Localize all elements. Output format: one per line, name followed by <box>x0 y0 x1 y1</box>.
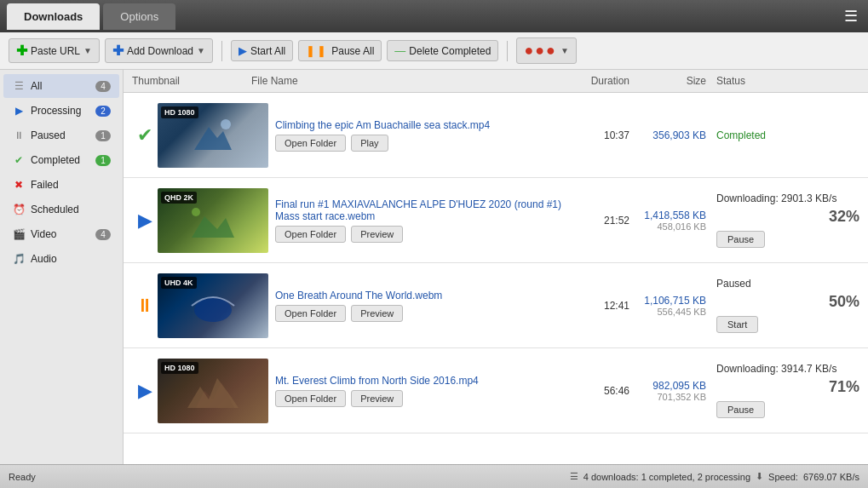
content-area: Thumbnail File Name Duration Size Status… <box>124 70 868 464</box>
tab-downloads[interactable]: Downloads <box>7 3 100 30</box>
play-icon-2: ▶ <box>138 210 152 231</box>
filename-2: Final run #1 MAXIAVALANCHE ALPE D'HUEZ 2… <box>275 198 563 222</box>
pause-btn-4[interactable]: Pause <box>716 401 765 418</box>
download-item-1: ✔ HD 1080 Climbing the epic Am Buachaill… <box>124 93 868 178</box>
open-folder-btn-3[interactable]: Open Folder <box>275 305 346 322</box>
more-options-button[interactable]: ●●● ▼ <box>516 37 577 64</box>
speed-value: 6769.07 KB/s <box>803 472 859 482</box>
item-info-4: Mt. Everest Climb from North Side 2016.m… <box>268 375 570 407</box>
play-btn-1[interactable]: Play <box>351 135 388 152</box>
sidebar-item-all[interactable]: ☰ All 4 <box>3 74 119 98</box>
filename-4: Mt. Everest Climb from North Side 2016.m… <box>275 375 563 387</box>
check-circle-icon: ✔ <box>12 154 26 166</box>
thumbnail-2: QHD 2K <box>158 188 268 253</box>
size-4: 982,095 KB 701,352 KB <box>629 380 706 402</box>
col-header-status: Status <box>706 75 859 87</box>
status-icon-1: ✔ <box>132 124 158 146</box>
status-icon-4: ▶ <box>132 380 158 402</box>
play-icon: ▶ <box>239 44 247 57</box>
pause-btn-2[interactable]: Pause <box>716 231 765 248</box>
add-icon: ✚ <box>112 43 124 59</box>
preview-btn-4[interactable]: Preview <box>351 390 403 407</box>
item-info-2: Final run #1 MAXIAVALANCHE ALPE D'HUEZ 2… <box>268 198 570 243</box>
x-circle-icon: ✖ <box>12 179 26 191</box>
item-info-3: One Breath Around The World.webm Open Fo… <box>268 290 570 322</box>
sidebar: ☰ All 4 ▶ Processing 2 ⏸ Paused 1 ✔ Comp… <box>0 70 124 464</box>
item-actions-3: Open Folder Preview <box>275 305 563 322</box>
menu-icon[interactable]: ☰ <box>844 7 858 26</box>
open-folder-btn-2[interactable]: Open Folder <box>275 226 346 243</box>
thumbnail-4: HD 1080 <box>158 359 268 423</box>
delete-icon: — <box>394 44 405 57</box>
title-bar: Downloads Options ☰ <box>0 0 868 32</box>
sidebar-item-video[interactable]: 🎬 Video 4 <box>3 222 119 246</box>
pause-all-button[interactable]: ❚❚ Pause All <box>298 40 382 61</box>
item-actions-1: Open Folder Play <box>275 135 563 152</box>
quality-badge-4: HD 1080 <box>161 362 198 374</box>
main-layout: ☰ All 4 ▶ Processing 2 ⏸ Paused 1 ✔ Comp… <box>0 70 868 464</box>
table-header: Thumbnail File Name Duration Size Status <box>124 70 868 93</box>
separator-2 <box>507 41 508 61</box>
preview-btn-3[interactable]: Preview <box>351 305 403 322</box>
download-item-3: ⏸ UHD 4K One Breath Around The World.web… <box>124 263 868 348</box>
status-icon-2: ▶ <box>132 210 158 232</box>
status-col-4: Downloading: 3914.7 KB/s 71% Pause <box>706 363 859 418</box>
speed-label: Speed: <box>768 472 798 482</box>
col-header-thumbnail: Thumbnail <box>132 75 251 87</box>
status-icon-3: ⏸ <box>132 295 158 317</box>
dropdown-arrow2-icon: ▼ <box>197 46 205 55</box>
toolbar: ✚ Paste URL ▼ ✚ Add Download ▼ ▶ Start A… <box>0 32 868 70</box>
size-3: 1,106,715 KB 556,445 KB <box>629 295 706 317</box>
status-col-1: Completed <box>706 129 859 141</box>
thumbnail-1: HD 1080 <box>158 103 268 168</box>
paste-url-button[interactable]: ✚ Paste URL ▼ <box>9 38 100 63</box>
preview-btn-2[interactable]: Preview <box>351 226 403 243</box>
sidebar-item-failed[interactable]: ✖ Failed <box>3 173 119 197</box>
svg-marker-10 <box>187 378 239 408</box>
pause-icon-3: ⏸ <box>135 295 154 316</box>
duration-3: 12:41 <box>570 300 629 312</box>
filename-3: One Breath Around The World.webm <box>275 290 563 301</box>
thumbnail-3: UHD 4K <box>158 273 268 338</box>
svg-marker-1 <box>194 127 232 150</box>
start-all-button[interactable]: ▶ Start All <box>231 40 293 61</box>
pause-circle-icon: ⏸ <box>12 129 26 141</box>
duration-2: 21:52 <box>570 215 629 227</box>
col-header-filename: File Name <box>251 75 570 87</box>
item-actions-2: Open Folder Preview <box>275 226 563 243</box>
tab-options[interactable]: Options <box>103 3 175 30</box>
ready-text: Ready <box>9 472 36 482</box>
dropdown-arrow3-icon: ▼ <box>560 46 569 55</box>
duration-4: 56:46 <box>570 385 629 397</box>
filename-1: Climbing the epic Am Buachaille sea stac… <box>275 119 563 131</box>
col-header-size: Size <box>629 75 706 87</box>
download-arrow-icon: ⬇ <box>756 471 763 482</box>
quality-badge-3: UHD 4K <box>161 277 197 289</box>
play-circle-icon: ▶ <box>12 105 26 117</box>
sidebar-item-audio[interactable]: 🎵 Audio <box>3 247 119 271</box>
sidebar-item-scheduled[interactable]: ⏰ Scheduled <box>3 198 119 221</box>
download-item-2: ▶ QHD 2K Final run #1 MAXIAVALANCHE ALPE… <box>124 178 868 263</box>
status-info: ☰ 4 downloads: 1 completed, 2 processing… <box>570 471 859 482</box>
sidebar-item-processing[interactable]: ▶ Processing 2 <box>3 99 119 123</box>
audio-icon: 🎵 <box>12 253 26 265</box>
list-icon-status: ☰ <box>570 471 578 482</box>
add-download-button[interactable]: ✚ Add Download ▼ <box>105 38 213 63</box>
status-col-3: Paused 50% Start <box>706 278 859 333</box>
duration-1: 10:37 <box>570 129 629 141</box>
sidebar-item-paused[interactable]: ⏸ Paused 1 <box>3 123 119 147</box>
status-col-2: Downloading: 2901.3 KB/s 32% Pause <box>706 192 859 248</box>
downloads-count-text: 4 downloads: 1 completed, 2 processing <box>583 472 750 482</box>
svg-point-2 <box>221 119 231 129</box>
quality-badge-1: HD 1080 <box>161 106 198 118</box>
video-icon: 🎬 <box>12 228 26 240</box>
list-icon: ☰ <box>12 80 26 92</box>
item-info-1: Climbing the epic Am Buachaille sea stac… <box>268 119 570 152</box>
open-folder-btn-1[interactable]: Open Folder <box>275 135 346 152</box>
open-folder-btn-4[interactable]: Open Folder <box>275 390 346 407</box>
separator-1 <box>221 41 222 61</box>
sidebar-item-completed[interactable]: ✔ Completed 1 <box>3 148 119 172</box>
delete-completed-button[interactable]: — Delete Completed <box>387 40 498 61</box>
start-btn-3[interactable]: Start <box>716 316 758 333</box>
clock-icon: ⏰ <box>12 204 26 215</box>
